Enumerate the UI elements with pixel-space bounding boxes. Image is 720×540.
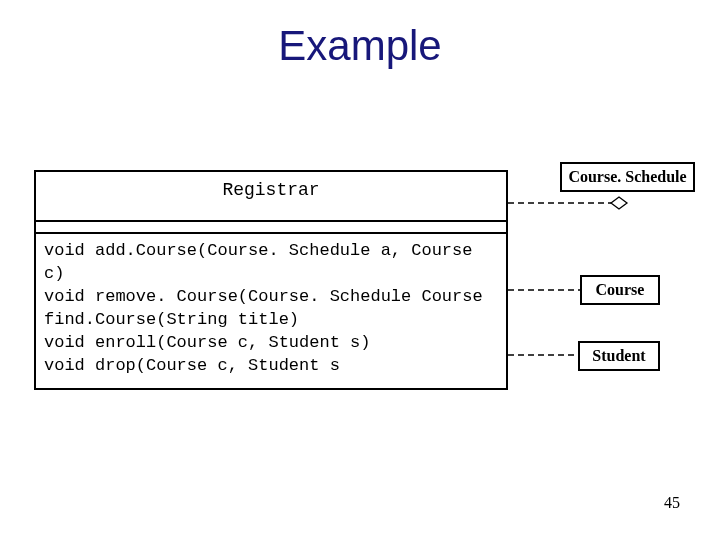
uml-class-student: Student (578, 341, 660, 371)
uml-class-course-schedule: Course. Schedule (560, 162, 695, 192)
uml-class-registrar: Registrar void add.Course(Course. Schedu… (34, 170, 508, 390)
page-title: Example (0, 22, 720, 70)
uml-operations: void add.Course(Course. Schedule a, Cour… (36, 234, 506, 388)
uml-class-course: Course (580, 275, 660, 305)
page-number: 45 (664, 494, 680, 512)
uml-class-name: Registrar (36, 172, 506, 222)
diagram-canvas: Example Registrar void add.Course(Course… (0, 0, 720, 540)
svg-marker-1 (611, 197, 627, 209)
uml-attributes-empty (36, 222, 506, 234)
